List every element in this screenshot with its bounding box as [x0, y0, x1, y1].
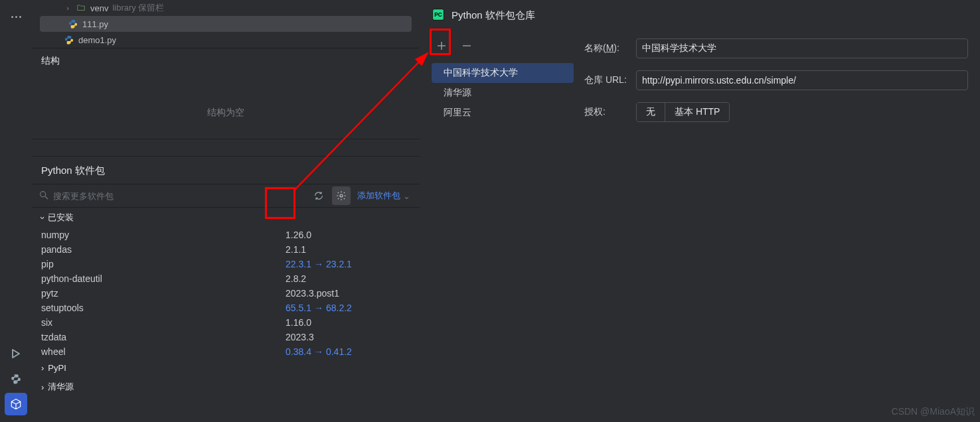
pycharm-icon: PC — [432, 8, 445, 23]
auth-label: 授权: — [584, 106, 628, 118]
url-label: 仓库 URL: — [584, 74, 628, 86]
package-row[interactable]: setuptools65.5.1→68.2.2 — [32, 301, 420, 315]
section-pypi[interactable]: › PyPI — [32, 359, 420, 377]
package-row[interactable]: python-dateutil2.8.2 — [32, 271, 420, 286]
structure-empty: 结构为空 — [41, 107, 410, 119]
remove-repo-button[interactable] — [458, 40, 475, 55]
package-row[interactable]: six1.16.0 — [32, 315, 420, 330]
package-name: setuptools — [41, 303, 286, 313]
packages-tool-icon[interactable] — [5, 393, 27, 415]
package-name: numpy — [41, 230, 286, 240]
auth-none-button[interactable]: 无 — [637, 103, 665, 121]
gear-icon[interactable] — [332, 186, 351, 205]
chevron-down-icon: › — [38, 216, 48, 219]
section-pypi-label: PyPI — [48, 363, 66, 373]
svg-point-1 — [41, 191, 46, 196]
package-row[interactable]: pytz2023.3.post1 — [32, 286, 420, 301]
svg-line-2 — [45, 196, 48, 199]
auth-basic-button[interactable]: 基本 HTTP — [665, 103, 729, 121]
repo-item-tsinghua[interactable]: 清华源 — [432, 83, 574, 103]
installed-group[interactable]: › 已安装 — [32, 208, 420, 228]
package-name: pytz — [41, 288, 286, 299]
tree-venv[interactable]: › venv library 保留栏 — [32, 0, 420, 16]
package-version: 1.26.0 — [286, 230, 311, 240]
package-version: 2.8.2 — [286, 273, 306, 284]
add-package-button[interactable]: 添加软件包 ⌄ — [355, 190, 413, 202]
add-package-label: 添加软件包 — [357, 190, 400, 202]
packages-title: Python 软件包 — [32, 156, 420, 184]
package-version: 65.5.1→68.2.2 — [286, 303, 352, 313]
package-name: python-dateutil — [41, 273, 286, 284]
package-version: 2023.3 — [286, 332, 314, 342]
tree-file-2-label: demo1.py — [78, 35, 116, 45]
package-name: tzdata — [41, 332, 286, 342]
chevron-right-icon: › — [64, 4, 72, 12]
repo-item-aliyun[interactable]: 阿里云 — [432, 103, 574, 123]
run-icon[interactable] — [5, 342, 27, 365]
package-name: pip — [41, 259, 286, 269]
tree-venv-name: venv — [90, 3, 108, 13]
package-row[interactable]: tzdata2023.3 — [32, 330, 420, 344]
package-name: pandas — [41, 244, 286, 255]
package-version: 2023.3.post1 — [286, 288, 339, 299]
structure-title: 结构 — [41, 55, 410, 67]
package-name: wheel — [41, 346, 286, 357]
package-row[interactable]: wheel0.38.4→0.41.2 — [32, 344, 420, 359]
watermark: CSDN @MiaoA知识 — [892, 406, 975, 418]
svg-marker-0 — [13, 350, 19, 358]
package-version: 1.16.0 — [286, 317, 311, 328]
python-file-icon — [64, 35, 74, 45]
package-row[interactable]: pandas2.1.1 — [32, 242, 420, 257]
dialog-title: Python 软件包仓库 — [451, 9, 535, 22]
more-icon[interactable] — [5, 5, 27, 28]
tree-venv-hint: library 保留栏 — [112, 2, 164, 14]
section-tsinghua-label: 清华源 — [48, 381, 74, 393]
search-icon — [39, 190, 49, 202]
repo-item-ustc[interactable]: 中国科学技术大学 — [432, 63, 574, 83]
package-row[interactable]: pip22.3.1→23.2.1 — [32, 257, 420, 271]
section-tsinghua[interactable]: › 清华源 — [32, 377, 420, 397]
chevron-right-icon: › — [41, 363, 44, 373]
chevron-down-icon: ⌄ — [403, 191, 410, 201]
python-console-icon[interactable] — [5, 368, 27, 390]
svg-point-3 — [340, 194, 343, 197]
tree-file-1-label: 111.py — [82, 19, 108, 29]
package-version: 22.3.1→23.2.1 — [286, 259, 352, 269]
package-version: 2.1.1 — [286, 244, 306, 255]
installed-label: 已安装 — [48, 212, 74, 224]
repo-name-input[interactable] — [636, 38, 968, 58]
name-label: 名称(M): — [584, 42, 628, 54]
add-repo-button[interactable] — [433, 40, 450, 55]
package-name: six — [41, 317, 286, 328]
package-row[interactable]: numpy1.26.0 — [32, 228, 420, 242]
refresh-icon[interactable] — [309, 186, 328, 205]
package-version: 0.38.4→0.41.2 — [286, 346, 352, 357]
repo-url-input[interactable] — [636, 70, 968, 90]
python-file-icon — [68, 19, 78, 29]
folder-icon — [76, 3, 86, 13]
chevron-right-icon: › — [41, 382, 44, 392]
auth-toggle: 无 基本 HTTP — [636, 102, 730, 122]
tree-file-1[interactable]: 111.py — [40, 16, 412, 32]
svg-text:PC: PC — [434, 11, 442, 17]
tree-file-2[interactable]: demo1.py — [32, 32, 420, 48]
search-input[interactable] — [53, 191, 305, 201]
